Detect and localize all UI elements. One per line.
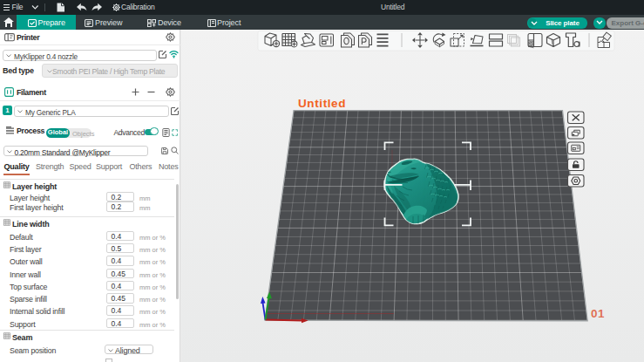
svg-text:01: 01 [591, 307, 605, 320]
svg-text:Untitled: Untitled [298, 97, 346, 110]
